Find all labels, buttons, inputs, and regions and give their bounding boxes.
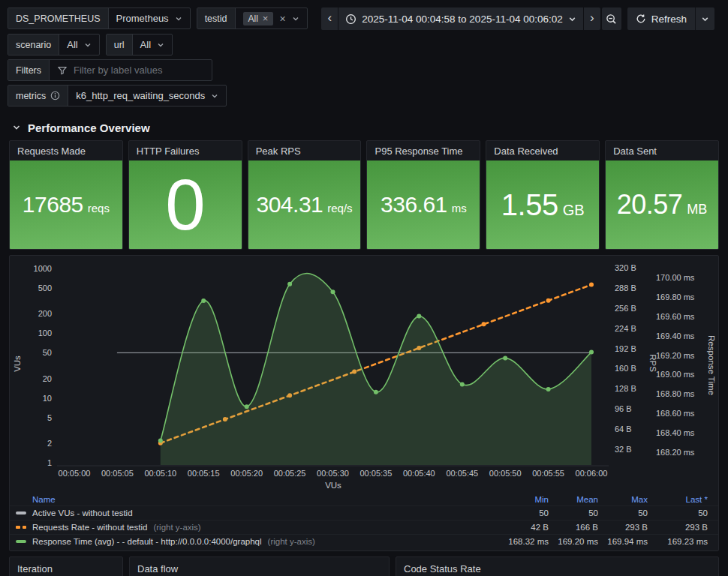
panel-title[interactable]: Code Status Rate [396,557,718,576]
panel-title[interactable]: Peak RPS [248,141,361,160]
panel-title[interactable]: Iteration [10,557,122,576]
legend-max: 293 B [598,523,648,532]
stat-body: 336.61ms [367,160,480,249]
metrics-value: k6_http_req_waiting_seconds [76,90,205,101]
filter-by-label-input[interactable] [74,64,204,76]
scenario-value: All [67,39,77,50]
svg-text:32 B: 32 B [615,445,632,454]
svg-text:169.00 ms: 169.00 ms [656,370,695,379]
zoom-out-icon[interactable] [602,8,621,30]
info-icon[interactable] [50,91,60,100]
time-range-button[interactable]: 2025-11-04 00:04:58 to 2025-11-04 00:06:… [338,8,582,30]
legend-col-mean[interactable]: Mean [549,495,598,504]
panel-title[interactable]: Data Sent [606,141,718,160]
series-name: Requests Rate - without testid [32,523,147,532]
time-back-button[interactable]: ‹ [321,8,338,30]
svg-text:170.00 ms: 170.00 ms [656,273,695,282]
dashboard-controls: DS_PROMETHEUS Prometheus testid All × × [0,0,728,106]
svg-text:Response Time: Response Time [707,335,716,395]
svg-text:169.20 ms: 169.20 ms [656,351,695,360]
svg-text:168.40 ms: 168.40 ms [656,428,695,437]
svg-text:128 B: 128 B [615,384,636,393]
legend-header: Name Min Mean Max Last * [10,493,718,506]
svg-text:00:05:15: 00:05:15 [188,469,220,478]
chevron-down-icon [157,41,164,49]
testid-select[interactable]: All × × [236,8,307,28]
metrics-select[interactable]: k6_http_req_waiting_seconds [68,86,226,106]
metrics-variable: metrics k6_http_req_waiting_seconds [8,85,227,106]
svg-text:1000: 1000 [34,264,52,273]
chevron-down-icon [211,92,218,100]
svg-text:500: 500 [38,284,52,292]
svg-text:169.40 ms: 169.40 ms [656,332,695,340]
datasource-select[interactable]: Prometheus [109,8,190,28]
stat-value: 17685 [23,192,83,218]
legend-col-last[interactable]: Last * [648,495,708,504]
clear-all-icon[interactable]: × [279,14,285,24]
svg-text:224 B: 224 B [615,324,636,333]
testid-chip-all[interactable]: All × [243,12,274,26]
filters-input-wrap [50,60,212,80]
axis-suffix: (right y-axis) [153,523,200,532]
time-forward-button[interactable]: › [584,8,600,30]
chevron-down-icon [568,15,576,23]
refresh-interval-dropdown[interactable] [695,8,714,30]
close-icon[interactable]: × [263,14,269,23]
chevron-down-icon [84,41,92,49]
svg-text:00:05:00: 00:05:00 [59,469,91,478]
stat-body: 304.31req/s [248,160,361,249]
legend-last: 169.23 ms [648,537,708,546]
panel-title[interactable]: Data flow [130,557,389,576]
svg-text:100: 100 [38,328,52,338]
stat-unit: reqs [88,202,110,214]
panel-data-received: Data Received 1.55GB [486,140,600,250]
stat-unit: MB [687,202,707,218]
panel-title[interactable]: HTTP Failures [129,141,242,160]
svg-text:200: 200 [38,309,52,318]
series-toggle[interactable]: Response Time (avg) - - default - http:/… [16,537,499,546]
legend-col-min[interactable]: Min [499,495,549,504]
stat-value: 1.55 [501,188,558,222]
row-performance-overview[interactable]: Performance Overview [0,110,728,135]
refresh-button[interactable]: Refresh [627,8,695,30]
scenario-label: scenario [8,34,59,55]
legend-min: 42 B [499,523,549,532]
panel-peak-rps: Peak RPS 304.31req/s [248,140,362,250]
refresh-label: Refresh [651,14,687,25]
legend-col-max[interactable]: Max [598,495,648,504]
legend-last: 50 [648,508,708,518]
panel-title[interactable]: P95 Response Time [367,141,480,160]
svg-text:00:06:00: 00:06:00 [576,469,608,478]
series-toggle[interactable]: Requests Rate - without testid (right y-… [16,523,499,532]
series-toggle[interactable]: Active VUs - without testid [16,508,499,518]
datasource-label: DS_PROMETHEUS [8,8,109,28]
timeseries-panel: 00:05:0000:05:0500:05:1000:05:1500:05:20… [9,255,719,551]
legend-min: 168.32 ms [499,537,549,546]
timeseries-chart[interactable]: 00:05:0000:05:0500:05:1000:05:1500:05:20… [10,257,718,491]
scenario-select[interactable]: All [59,34,98,55]
panel-requests-made: Requests Made 17685reqs [9,140,123,250]
chart-legend: Name Min Mean Max Last * Active VUs - wi… [10,493,718,548]
url-select[interactable]: All [133,34,172,55]
legend-col-name[interactable]: Name [32,495,56,504]
refresh-icon [636,14,646,24]
svg-text:00:05:35: 00:05:35 [359,469,392,478]
legend-mean: 169.20 ms [549,537,598,546]
svg-text:288 B: 288 B [615,284,636,292]
panel-p95-response-time: P95 Response Time 336.61ms [366,140,480,250]
panel-title[interactable]: Requests Made [10,141,122,160]
clock-icon [345,14,356,25]
panel-title[interactable]: Data Received [486,141,599,160]
svg-text:320 B: 320 B [615,263,636,272]
panel-data-flow: Data flow [129,556,390,576]
series-swatch-gray [16,512,26,514]
svg-text:00:05:30: 00:05:30 [317,469,349,478]
panel-data-sent: Data Sent 20.57MB [605,140,719,250]
svg-text:00:05:55: 00:05:55 [532,469,564,478]
svg-text:160 B: 160 B [615,364,636,373]
svg-text:168.60 ms: 168.60 ms [656,409,695,418]
svg-text:169.80 ms: 169.80 ms [656,292,695,302]
panel-iteration: Iteration [9,556,123,576]
svg-text:2: 2 [47,439,52,448]
legend-mean: 50 [549,508,598,518]
